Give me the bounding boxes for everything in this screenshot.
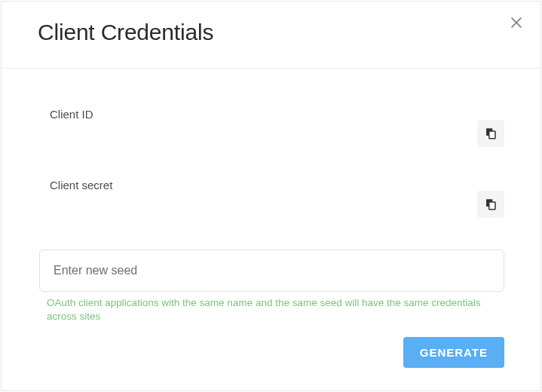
close-button[interactable] bbox=[506, 12, 527, 33]
copy-icon bbox=[484, 127, 498, 140]
copy-icon bbox=[484, 198, 498, 211]
seed-hint: OAuth client applications with the same … bbox=[47, 296, 499, 323]
client-secret-label: Client secret bbox=[50, 179, 112, 191]
seed-input[interactable] bbox=[39, 250, 504, 292]
modal-title: Client Credentials bbox=[38, 20, 504, 45]
svg-rect-5 bbox=[489, 202, 495, 210]
modal-body: Client ID Client secret OAuth client app… bbox=[2, 69, 540, 338]
client-id-label: Client ID bbox=[50, 108, 93, 121]
generate-button[interactable]: GENERATE bbox=[403, 337, 504, 368]
close-icon bbox=[509, 15, 524, 30]
svg-rect-3 bbox=[489, 131, 495, 139]
modal-header: Client Credentials bbox=[2, 2, 540, 69]
client-secret-row: Client secret bbox=[50, 179, 504, 218]
copy-client-secret-button[interactable] bbox=[477, 191, 504, 218]
seed-section: OAuth client applications with the same … bbox=[50, 250, 504, 323]
copy-client-id-button[interactable] bbox=[477, 120, 504, 147]
client-credentials-modal: Client Credentials Client ID Client secr… bbox=[1, 1, 541, 391]
modal-footer: GENERATE bbox=[403, 337, 504, 368]
client-id-row: Client ID bbox=[50, 108, 504, 147]
